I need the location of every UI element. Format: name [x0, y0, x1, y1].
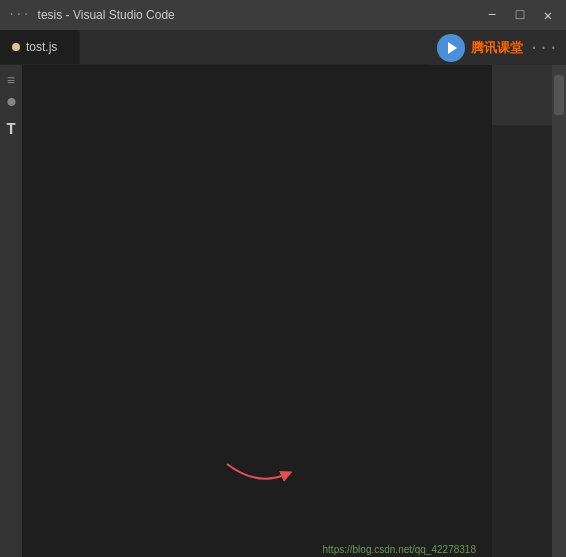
title-bar: ··· tesis - Visual Studio Code − □ ✕	[0, 0, 566, 30]
close-button[interactable]: ✕	[538, 5, 558, 25]
editor-area: ≡ ⬤ T https://blog.csdn.net/qq_42278318	[0, 65, 566, 557]
logo-icon	[437, 34, 465, 62]
scrollbar-thumb[interactable]	[554, 75, 564, 115]
tab-label: tost.js	[26, 40, 57, 54]
dot-icon[interactable]: ⬤	[2, 97, 20, 115]
text-icon[interactable]: T	[2, 121, 20, 139]
logo-menu-icon[interactable]: ···	[529, 39, 558, 57]
window-dots: ···	[8, 8, 30, 22]
arrow-annotation	[217, 459, 297, 489]
tab-bar: tost.js 腾讯课堂 ···	[0, 30, 566, 65]
window-controls: − □ ✕	[482, 5, 558, 25]
titlebar-title: tesis - Visual Studio Code	[38, 8, 175, 22]
watermark: https://blog.csdn.net/qq_42278318	[323, 544, 476, 555]
minimap-viewport	[492, 65, 552, 125]
play-triangle	[448, 42, 457, 54]
maximize-button[interactable]: □	[510, 5, 530, 25]
logo-area: 腾讯课堂 ···	[429, 30, 566, 65]
logo-text: 腾讯课堂	[471, 39, 523, 57]
explorer-icon[interactable]: ≡	[2, 73, 20, 91]
minimize-button[interactable]: −	[482, 5, 502, 25]
menu-icon[interactable]: ···	[8, 8, 30, 22]
minimap	[492, 65, 552, 557]
code-editor[interactable]: https://blog.csdn.net/qq_42278318	[67, 65, 492, 557]
tab-tost-js[interactable]: tost.js	[0, 30, 80, 64]
tab-modified-dot	[12, 43, 20, 51]
line-numbers	[22, 65, 67, 557]
activity-bar: ≡ ⬤ T	[0, 65, 22, 557]
vertical-scrollbar[interactable]	[552, 65, 566, 557]
